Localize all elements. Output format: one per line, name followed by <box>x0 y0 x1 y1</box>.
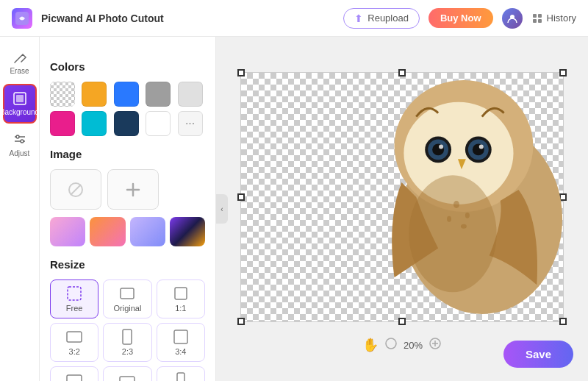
resize-grid: Free Original 1:1 <box>50 279 205 381</box>
svg-rect-17 <box>121 288 134 299</box>
zoom-level: 20% <box>404 340 423 351</box>
handle-top-left[interactable] <box>237 69 245 76</box>
resize-original[interactable]: Original <box>103 279 151 318</box>
no-image-icon <box>67 181 85 199</box>
resize-section: Resize Free Original <box>50 258 205 381</box>
gradient-2[interactable] <box>90 217 125 246</box>
resize-3-4-icon <box>173 329 189 345</box>
history-icon <box>531 13 543 24</box>
hand-tool-icon: ✋ <box>362 337 379 353</box>
resize-1-1[interactable]: 1:1 <box>157 279 205 318</box>
svg-point-41 <box>461 224 467 229</box>
resize-16-9[interactable]: 16:9 <box>103 366 151 381</box>
gradient-1[interactable] <box>50 217 85 246</box>
resize-2-3[interactable]: 2:3 <box>103 323 151 362</box>
avatar[interactable] <box>502 8 523 29</box>
background-icon <box>12 91 27 106</box>
color-transparent[interactable] <box>50 82 75 107</box>
resize-3-2[interactable]: 3:2 <box>50 323 98 362</box>
colors-section: Colors ··· <box>50 60 205 136</box>
resize-16-9-icon <box>119 372 135 381</box>
svg-point-11 <box>21 140 24 143</box>
resize-3-4[interactable]: 3:4 <box>157 323 205 362</box>
zoom-out-button[interactable] <box>384 337 398 353</box>
resize-2-3-icon <box>119 329 135 345</box>
gradient-3[interactable] <box>130 217 165 246</box>
gradient-row <box>50 217 205 246</box>
resize-4-3[interactable]: 4:3 <box>50 366 98 381</box>
resize-9-16[interactable]: 9:16 <box>157 366 205 381</box>
resize-9-16-icon <box>173 372 189 381</box>
canvas-area: ‹ <box>216 37 588 381</box>
canvas-wrapper <box>240 65 564 330</box>
svg-rect-18 <box>175 288 187 299</box>
svg-rect-19 <box>67 332 82 342</box>
app-logo <box>12 8 32 29</box>
svg-point-31 <box>439 144 443 149</box>
upload-icon: ⬆ <box>354 13 363 24</box>
resize-1-1-icon <box>173 285 189 302</box>
svg-point-40 <box>447 216 451 222</box>
svg-rect-24 <box>177 373 184 381</box>
svg-rect-23 <box>120 377 135 381</box>
color-white[interactable] <box>146 111 171 136</box>
image-title: Image <box>50 148 205 160</box>
zoom-in-button[interactable] <box>429 337 442 353</box>
svg-point-42 <box>386 338 396 349</box>
save-button[interactable]: Save <box>503 341 573 368</box>
handle-bottom-left[interactable] <box>237 318 245 325</box>
resize-3-2-icon <box>66 329 82 345</box>
svg-rect-21 <box>174 330 187 343</box>
svg-rect-16 <box>68 287 81 300</box>
adjust-icon <box>12 132 27 147</box>
svg-point-9 <box>16 135 19 138</box>
buy-now-button[interactable]: Buy Now <box>429 8 493 28</box>
collapse-panel-button[interactable]: ‹ <box>216 194 228 224</box>
svg-point-37 <box>409 175 496 292</box>
zoom-bar: ✋ 20% <box>362 337 442 353</box>
owl-image <box>343 73 563 321</box>
color-gray[interactable] <box>146 82 171 107</box>
plus-icon <box>124 181 142 199</box>
image-buttons <box>50 169 205 210</box>
colors-grid: ··· <box>50 82 205 136</box>
resize-free[interactable]: Free <box>50 279 98 318</box>
header: Picwand AI Photo Cutout ⬆ Reupload Buy N… <box>0 0 588 37</box>
svg-point-39 <box>465 213 470 218</box>
canvas-background[interactable] <box>240 72 564 322</box>
main-content: Erase Background Adjust Colors <box>0 37 588 381</box>
color-lightgray[interactable] <box>178 82 203 107</box>
color-more-button[interactable]: ··· <box>178 111 203 136</box>
resize-free-icon <box>66 285 82 302</box>
no-image-button[interactable] <box>50 169 101 210</box>
gradient-4[interactable] <box>170 217 205 246</box>
color-cyan[interactable] <box>82 111 107 136</box>
handle-mid-left[interactable] <box>237 193 245 201</box>
svg-line-13 <box>71 185 81 195</box>
color-orange[interactable] <box>82 82 107 107</box>
resize-original-icon <box>119 285 135 302</box>
sidebar-item-erase[interactable]: Erase <box>3 44 37 81</box>
resize-4-3-icon <box>66 372 82 381</box>
history-button[interactable]: History <box>531 13 576 24</box>
zoom-in-icon <box>429 337 442 350</box>
color-darkblue[interactable] <box>114 111 139 136</box>
svg-rect-4 <box>533 19 537 23</box>
resize-title: Resize <box>50 258 205 271</box>
add-image-button[interactable] <box>107 169 159 210</box>
app-title: Picwand AI Photo Cutout <box>41 13 334 24</box>
svg-rect-20 <box>123 330 132 344</box>
sidebar-item-background[interactable]: Background <box>3 84 37 124</box>
svg-rect-2 <box>533 14 537 18</box>
colors-title: Colors <box>50 60 205 73</box>
icon-sidebar: Erase Background Adjust <box>0 37 40 381</box>
sidebar-item-adjust[interactable]: Adjust <box>3 127 37 163</box>
color-blue[interactable] <box>114 82 139 107</box>
svg-point-35 <box>479 144 484 149</box>
reupload-button[interactable]: ⬆ Reupload <box>343 8 420 29</box>
erase-icon <box>12 50 27 65</box>
svg-rect-22 <box>67 375 82 381</box>
color-pink[interactable] <box>50 111 75 136</box>
image-section: Image <box>50 148 205 246</box>
svg-rect-7 <box>16 95 24 102</box>
